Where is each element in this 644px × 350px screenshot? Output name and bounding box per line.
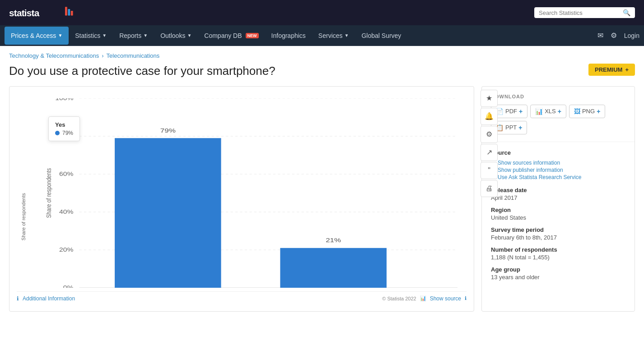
download-section: DOWNLOAD 📄 PDF + 📊 XLS + 🖼 PNG +: [482, 87, 635, 142]
breadcrumb-item-telecom[interactable]: Telecommunications: [107, 52, 160, 59]
chart-tooltip: Yes 79%: [48, 116, 80, 141]
svg-rect-3: [71, 11, 73, 15]
search-input[interactable]: [539, 9, 620, 16]
show-publisher-link[interactable]: Show publisher information: [491, 167, 625, 173]
search-box[interactable]: 🔍: [534, 7, 635, 18]
meta-survey-time: Survey time period February 6th to 8th, …: [491, 226, 625, 241]
ppt-label: PPT: [505, 124, 517, 131]
tooltip-title: Yes: [55, 121, 73, 128]
print-button[interactable]: 🖨: [481, 180, 498, 197]
statista-logo-small: 📊: [420, 295, 426, 301]
breadcrumb: Technology & Telecommunications › Teleco…: [0, 46, 644, 62]
meta-respondents: Number of respondents 1,188 (N total = 1…: [491, 246, 625, 261]
show-source-link[interactable]: Show source: [430, 295, 461, 302]
source-section: Source Show sources information Show pub…: [482, 142, 635, 288]
pdf-plus: +: [519, 108, 523, 115]
chart-wrapper: Share of respondents 100% 80% 60% 40%: [9, 86, 474, 312]
xls-label: XLS: [545, 108, 556, 115]
meta-region: Region United States: [491, 207, 625, 221]
search-icon: 🔍: [623, 9, 630, 16]
cite-button[interactable]: ": [481, 162, 498, 179]
chart-svg: 100% 80% 60% 40% 20% 0% 79% 21% Yes No: [44, 98, 457, 288]
download-png-button[interactable]: 🖼 PNG +: [569, 105, 605, 118]
services-arrow-icon: ▼: [345, 33, 349, 38]
header: statista 🔍: [0, 0, 644, 25]
show-source-info-icon: ℹ: [465, 295, 467, 301]
premium-label: PREMIUM: [595, 66, 622, 73]
png-icon: 🖼: [574, 108, 580, 115]
tooltip-dot: [55, 131, 60, 135]
download-title: DOWNLOAD: [491, 94, 625, 99]
page-title-area: Do you use a protective case for your sm…: [0, 62, 644, 86]
favorite-button[interactable]: ★: [481, 90, 498, 107]
y-axis-label: Share of respondents: [21, 193, 26, 240]
source-links: Show sources information Show publisher …: [491, 160, 625, 180]
login-button[interactable]: Login: [624, 32, 639, 39]
svg-text:20%: 20%: [59, 246, 74, 253]
reports-arrow-icon: ▼: [143, 33, 148, 38]
svg-text:0%: 0%: [63, 284, 74, 287]
page-title: Do you use a protective case for your sm…: [9, 64, 275, 79]
settings-button[interactable]: ⚙: [481, 126, 498, 143]
nav-item-outlooks[interactable]: Outlooks ▼: [154, 27, 198, 45]
chart-container: Share of respondents 100% 80% 60% 40%: [9, 86, 474, 312]
bar-no[interactable]: [280, 248, 387, 288]
additional-info-link[interactable]: Additional Information: [23, 295, 75, 302]
png-plus: +: [597, 108, 600, 115]
chart-footer: ℹ Additional Information © Statista 2022…: [17, 291, 467, 302]
ask-statista-link[interactable]: Use Ask Statista Research Service: [491, 174, 625, 180]
pdf-label: PDF: [505, 108, 517, 115]
chart-sidebar: ★ 🔔 ⚙ ↗ " 🖨: [481, 90, 498, 197]
user-icon[interactable]: ⚙: [611, 31, 617, 40]
premium-plus-icon: +: [625, 66, 629, 73]
outlooks-arrow-icon: ▼: [187, 33, 191, 38]
svg-text:79%: 79%: [160, 127, 176, 134]
ppt-plus: +: [518, 124, 522, 131]
breadcrumb-sep: ›: [102, 52, 103, 59]
nav-right: ✉ ⚙ Login: [597, 31, 639, 40]
chart-inner: Share of respondents 100% 80% 60% 40%: [44, 98, 457, 288]
svg-text:21%: 21%: [326, 237, 341, 244]
main-content: Share of respondents 100% 80% 60% 40%: [0, 86, 644, 321]
download-buttons: 📄 PDF + 📊 XLS + 🖼 PNG + 📋 PPT +: [491, 105, 625, 134]
show-sources-link[interactable]: Show sources information: [491, 160, 625, 166]
tooltip-row: 79%: [55, 130, 73, 136]
meta-release-date: Release date April 2017: [491, 187, 625, 201]
alert-button[interactable]: 🔔: [481, 108, 498, 125]
share-button[interactable]: ↗: [481, 144, 498, 161]
download-xls-button[interactable]: 📊 XLS +: [530, 105, 566, 118]
premium-button[interactable]: PREMIUM +: [588, 64, 635, 76]
statistics-arrow-icon: ▼: [102, 33, 107, 38]
svg-text:100%: 100%: [55, 98, 74, 101]
svg-text:statista: statista: [9, 8, 40, 18]
meta-age-group: Age group 13 years and older: [491, 266, 625, 281]
logo[interactable]: statista: [9, 5, 74, 20]
nav-item-statistics[interactable]: Statistics ▼: [69, 27, 113, 45]
svg-text:60%: 60%: [59, 170, 74, 177]
nav-item-company-db[interactable]: Company DB NEW: [198, 27, 265, 45]
nav-item-global-survey[interactable]: Global Survey: [355, 27, 407, 45]
png-label: PNG: [582, 108, 595, 115]
svg-text:Share of respondents: Share of respondents: [45, 168, 52, 218]
xls-plus: +: [558, 108, 561, 115]
copyright: © Statista 2022: [382, 296, 416, 301]
nav-item-services[interactable]: Services ▼: [312, 27, 355, 45]
nav-item-reports[interactable]: Reports ▼: [113, 27, 154, 45]
svg-text:40%: 40%: [59, 208, 74, 215]
source-title: Source: [491, 149, 625, 156]
svg-rect-1: [65, 7, 67, 15]
xls-icon: 📊: [535, 108, 543, 115]
new-badge: NEW: [246, 33, 259, 38]
prices-access-arrow-icon: ▼: [58, 33, 62, 38]
tooltip-value: 79%: [62, 130, 73, 136]
mail-icon[interactable]: ✉: [597, 31, 603, 40]
svg-rect-2: [68, 9, 70, 15]
bar-yes[interactable]: [115, 138, 221, 288]
nav-item-infographics[interactable]: Infographics: [265, 27, 312, 45]
breadcrumb-item-tech[interactable]: Technology & Telecommunications: [9, 52, 99, 59]
nav-item-prices-access[interactable]: Prices & Access ▼: [5, 27, 69, 45]
main-nav: Prices & Access ▼ Statistics ▼ Reports ▼…: [0, 25, 644, 46]
info-icon: ℹ: [17, 295, 19, 302]
right-panel: DOWNLOAD 📄 PDF + 📊 XLS + 🖼 PNG +: [481, 86, 635, 312]
